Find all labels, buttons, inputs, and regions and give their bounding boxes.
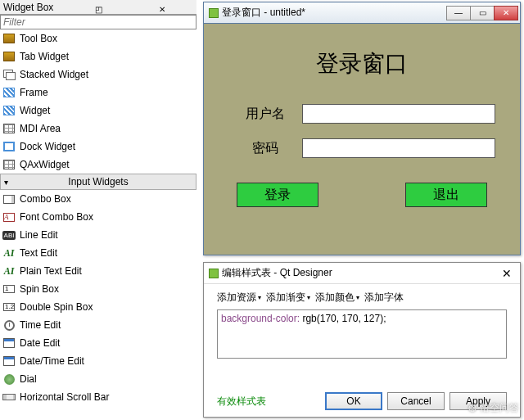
widget-item[interactable]: Date/Time Edit	[0, 352, 196, 370]
widget-item[interactable]: MDI Area	[0, 120, 196, 138]
login-heading: 登录窗口	[228, 48, 495, 79]
widget-label: Plain Text Edit	[20, 265, 82, 277]
widget-item[interactable]: 1Spin Box	[0, 280, 196, 298]
widget-icon: A	[2, 210, 16, 224]
username-input[interactable]	[302, 104, 495, 124]
valid-stylesheet-label: 有效样式表	[217, 395, 320, 409]
widget-list-containers: Tool BoxTab WidgetStacked WidgetFrameWid…	[0, 29, 196, 174]
collapse-icon: ▾	[4, 178, 8, 187]
widget-icon: ABI	[2, 228, 16, 242]
widget-icon: AI	[2, 264, 16, 278]
add-color-button[interactable]: 添加颜色 ▾	[315, 291, 359, 305]
stylesheet-editor[interactable]: background-color: rgb(170, 170, 127);	[217, 309, 507, 359]
widget-box-title-text: Widget Box	[3, 0, 66, 15]
ok-button[interactable]: OK	[325, 392, 382, 410]
widget-icon	[2, 318, 16, 332]
widget-item[interactable]: Frame	[0, 84, 196, 102]
cancel-button[interactable]: Cancel	[387, 392, 445, 410]
widget-icon	[2, 31, 16, 46]
widget-item[interactable]: QAxWidget	[0, 156, 196, 174]
widget-label: Date/Time Edit	[20, 355, 84, 367]
widget-label: Tool Box	[20, 33, 57, 44]
widget-label: Tab Widget	[20, 51, 69, 62]
widget-icon	[2, 121, 16, 136]
widget-label: Horizontal Scroll Bar	[20, 391, 109, 403]
widget-label: Font Combo Box	[20, 211, 93, 223]
widget-item[interactable]: AFont Combo Box	[0, 208, 196, 226]
widget-label: Date Edit	[20, 337, 60, 349]
password-input[interactable]	[302, 138, 495, 158]
widget-icon: AI	[2, 246, 16, 260]
widget-label: Combo Box	[20, 193, 71, 205]
widget-item[interactable]: Combo Box	[0, 190, 196, 208]
login-window: 登录窗口 - untitled* — ▭ ✕ 登录窗口 用户名 密码 登录 退出	[203, 2, 521, 255]
login-window-title: 登录窗口 - untitled*	[209, 6, 447, 20]
filter-input[interactable]	[0, 15, 196, 29]
widget-icon	[2, 157, 16, 172]
widget-icon	[2, 390, 16, 404]
add-font-button[interactable]: 添加字体	[364, 291, 404, 305]
stylesheet-titlebar[interactable]: 编辑样式表 - Qt Designer ✕	[204, 263, 520, 284]
widget-item[interactable]: Widget	[0, 102, 196, 120]
widget-label: Dial	[20, 373, 37, 385]
widget-item[interactable]: Dock Widget	[0, 138, 196, 156]
close-icon[interactable]: ✕	[499, 267, 515, 280]
login-titlebar[interactable]: 登录窗口 - untitled* — ▭ ✕	[204, 2, 520, 24]
widget-list-inputs: Combo BoxAFont Combo BoxABILine EditAITe…	[0, 190, 196, 406]
widget-item[interactable]: ABILine Edit	[0, 226, 196, 244]
widget-label: Stacked Widget	[20, 69, 88, 80]
undock-icon[interactable]: ◰	[67, 2, 129, 12]
maximize-button[interactable]: ▭	[470, 6, 495, 20]
close-panel-icon[interactable]: ✕	[131, 2, 193, 12]
qt-icon	[209, 8, 219, 18]
section-label: Input Widgets	[68, 176, 128, 187]
widget-icon: 1.2	[2, 300, 16, 314]
widget-icon	[2, 192, 16, 206]
chevron-down-icon: ▾	[258, 294, 261, 301]
qt-icon	[209, 269, 219, 278]
chevron-down-icon: ▾	[307, 294, 310, 301]
widget-item[interactable]: Tab Widget	[0, 47, 196, 65]
widget-item[interactable]: Tool Box	[0, 29, 196, 47]
close-button[interactable]: ✕	[494, 6, 518, 20]
stylesheet-toolbar: 添加资源 ▾ 添加渐变 ▾ 添加颜色 ▾ 添加字体	[204, 284, 520, 309]
chevron-down-icon: ▾	[356, 294, 359, 301]
widget-label: MDI Area	[20, 123, 61, 134]
widget-icon	[2, 103, 16, 118]
stylesheet-title: 编辑样式表 - Qt Designer	[209, 266, 499, 280]
widget-item[interactable]: Dial	[0, 370, 196, 388]
widget-item[interactable]: AIPlain Text Edit	[0, 262, 196, 280]
widget-icon	[2, 372, 16, 386]
widget-label: Spin Box	[20, 283, 59, 295]
widget-icon	[2, 67, 16, 82]
watermark: ❂ 悟空问答	[468, 401, 519, 415]
widget-label: Widget	[20, 105, 50, 116]
widget-icon: 1	[2, 282, 16, 296]
widget-label: Text Edit	[20, 247, 57, 259]
add-gradient-button[interactable]: 添加渐变 ▾	[266, 291, 310, 305]
minimize-button[interactable]: —	[446, 6, 471, 20]
widget-box-panel: Widget Box ◰ ✕ Tool BoxTab WidgetStacked…	[0, 0, 196, 420]
stylesheet-dialog: 编辑样式表 - Qt Designer ✕ 添加资源 ▾ 添加渐变 ▾ 添加颜色…	[203, 262, 521, 418]
widget-item[interactable]: Date Edit	[0, 334, 196, 352]
input-widgets-header[interactable]: ▾ Input Widgets	[0, 174, 196, 190]
widget-icon	[2, 49, 16, 64]
username-label: 用户名	[228, 106, 302, 123]
login-button[interactable]: 登录	[237, 183, 318, 207]
widget-item[interactable]: Stacked Widget	[0, 65, 196, 84]
add-resource-button[interactable]: 添加资源 ▾	[217, 291, 261, 305]
widget-item[interactable]: 1.2Double Spin Box	[0, 298, 196, 316]
widget-item[interactable]: Horizontal Scroll Bar	[0, 388, 196, 406]
widget-icon	[2, 354, 16, 368]
widget-icon	[2, 336, 16, 350]
exit-button[interactable]: 退出	[405, 183, 487, 207]
widget-icon	[2, 139, 16, 154]
widget-box-title: Widget Box ◰ ✕	[0, 0, 196, 15]
widget-label: Line Edit	[20, 229, 58, 241]
watermark-icon: ❂	[468, 403, 477, 414]
widget-item[interactable]: Time Edit	[0, 316, 196, 334]
widget-label: QAxWidget	[20, 159, 70, 170]
widget-label: Time Edit	[20, 319, 61, 331]
widget-item[interactable]: AIText Edit	[0, 244, 196, 262]
widget-label: Frame	[20, 87, 48, 98]
